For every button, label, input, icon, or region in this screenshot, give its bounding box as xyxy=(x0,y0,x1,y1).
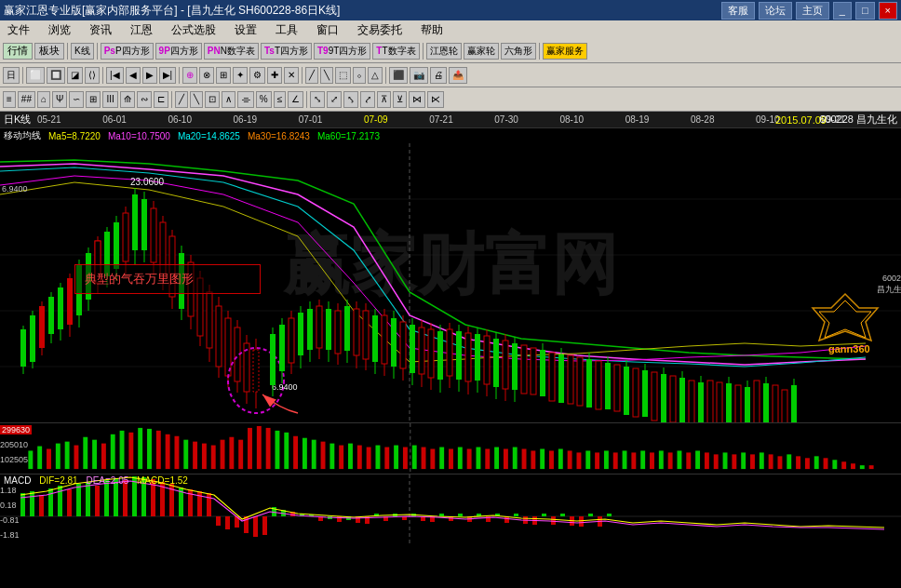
btn-t3-23[interactable]: ⊼ xyxy=(377,91,391,108)
menu-formula[interactable]: 公式选股 xyxy=(166,20,222,40)
btn-t3-16[interactable]: % xyxy=(256,91,272,108)
svg-rect-230 xyxy=(549,353,555,401)
btn-t3-19[interactable]: ⤡ xyxy=(310,91,325,108)
btn-t2-19[interactable]: 📤 xyxy=(449,67,467,84)
svg-rect-194 xyxy=(456,331,462,380)
btn-t3-24[interactable]: ⊻ xyxy=(393,91,407,108)
btn-t3-26[interactable]: ⋉ xyxy=(427,91,444,108)
svg-rect-391 xyxy=(824,458,828,469)
menu-trade[interactable]: 交易委托 xyxy=(352,20,408,40)
btn-yj-lun[interactable]: 赢家轮 xyxy=(464,43,499,60)
svg-rect-202 xyxy=(475,334,480,381)
svg-rect-343 xyxy=(384,448,389,470)
btn-t2-11[interactable]: ╱ xyxy=(305,67,318,84)
svg-rect-306 xyxy=(47,448,51,469)
svg-rect-392 xyxy=(832,460,837,469)
svg-rect-360 xyxy=(540,448,545,469)
btn-prev[interactable]: ◀ xyxy=(126,67,141,84)
btn-t3-20[interactable]: ⤢ xyxy=(327,91,342,108)
btn-t2-5[interactable]: ⊗ xyxy=(199,67,214,84)
btn-t2-17[interactable]: 📷 xyxy=(410,67,428,84)
btn-close[interactable]: × xyxy=(879,2,897,20)
date-label-bar: 日K线 05-21 06-01 06-10 06-19 07-01 07-09 … xyxy=(0,112,901,128)
btn-t3-9[interactable]: ∾ xyxy=(137,91,152,108)
btn-next[interactable]: ▶| xyxy=(159,67,177,84)
btn-t2-8[interactable]: ⚙ xyxy=(249,67,265,84)
menu-settings[interactable]: 设置 xyxy=(229,20,262,40)
btn-t2-18[interactable]: 🖨 xyxy=(430,67,447,84)
btn-t3-25[interactable]: ⋈ xyxy=(409,91,425,108)
svg-rect-312 xyxy=(101,444,106,469)
btn-t3-13[interactable]: ⊡ xyxy=(205,91,220,108)
btn-t3-18[interactable]: ∠ xyxy=(288,91,303,108)
sep-t3-1 xyxy=(171,91,172,108)
btn-t3-14[interactable]: ∧ xyxy=(222,91,235,108)
btn-t2-7[interactable]: ✦ xyxy=(233,67,248,84)
btn-t2-15[interactable]: △ xyxy=(368,67,383,84)
btn-t3-7[interactable]: III xyxy=(102,91,117,108)
btn-kefu[interactable]: 客服 xyxy=(721,2,755,20)
btn-bk[interactable]: 板块 xyxy=(34,43,64,60)
btn-t2-10[interactable]: ✕ xyxy=(284,67,299,84)
btn-t3-12[interactable]: ╲ xyxy=(190,91,203,108)
svg-rect-309 xyxy=(74,446,78,470)
btn-t3-8[interactable]: ⟰ xyxy=(120,91,135,108)
menu-jiangen[interactable]: 江恩 xyxy=(125,20,158,40)
btn-t2-6[interactable]: ⊞ xyxy=(216,67,231,84)
chart-canvas[interactable]: 赢家财富网 xyxy=(0,143,901,422)
btn-play[interactable]: ▶ xyxy=(142,67,157,84)
btn-kx[interactable]: K线 xyxy=(71,43,94,60)
btn-t4[interactable]: Ts T四方形 xyxy=(261,43,312,60)
btn-t3-3[interactable]: ⌂ xyxy=(37,91,50,108)
btn-nzt[interactable]: PN N数字表 xyxy=(204,43,259,60)
btn-t2-3[interactable]: ◪ xyxy=(67,67,83,84)
svg-rect-283 xyxy=(745,387,750,422)
btn-luntan[interactable]: 论坛 xyxy=(759,2,792,20)
menu-window[interactable]: 窗口 xyxy=(311,20,344,40)
btn-t2-16[interactable]: ⬛ xyxy=(389,67,408,84)
btn-t3-5[interactable]: ∽ xyxy=(69,91,84,108)
svg-rect-358 xyxy=(522,448,527,469)
btn-t3-21[interactable]: ⤣ xyxy=(343,91,358,108)
btn-t2-14[interactable]: ⬦ xyxy=(353,67,366,84)
btn-t3-6[interactable]: ⊞ xyxy=(86,91,101,108)
btn-restore[interactable]: □ xyxy=(855,2,875,20)
btn-minimize[interactable]: _ xyxy=(833,2,852,20)
menu-news[interactable]: 资讯 xyxy=(84,20,117,40)
btn-yj-service[interactable]: 赢家服务 xyxy=(543,43,587,60)
btn-t2-2[interactable]: 🔲 xyxy=(47,67,65,84)
menu-file[interactable]: 文件 xyxy=(2,20,35,40)
btn-t3-10[interactable]: ⊏ xyxy=(154,91,168,108)
btn-t3-15[interactable]: ⌯ xyxy=(237,91,254,108)
btn-ljx[interactable]: 六角形 xyxy=(501,43,536,60)
menu-tools[interactable]: 工具 xyxy=(270,20,303,40)
btn-t2-1[interactable]: ⬜ xyxy=(26,67,45,84)
btn-9t4[interactable]: T9 9T四方形 xyxy=(314,43,370,60)
btn-jianen[interactable]: ⊕ xyxy=(182,67,197,84)
menu-help[interactable]: 帮助 xyxy=(415,20,449,40)
btn-je-lun[interactable]: 江恩轮 xyxy=(426,43,462,60)
btn-9p4[interactable]: 9P 四方形 xyxy=(155,43,202,60)
btn-tzt[interactable]: T T数字表 xyxy=(372,43,419,60)
btn-t2-9[interactable]: ✚ xyxy=(267,67,282,84)
svg-rect-265 xyxy=(679,378,685,422)
btn-day[interactable]: 日 xyxy=(3,67,20,84)
title-text: 赢家江恩专业版[赢家内部服务平台] - [昌九生化 SH600228-86日K线… xyxy=(4,3,340,19)
btn-t2-13[interactable]: ⬚ xyxy=(335,67,351,84)
svg-rect-395 xyxy=(860,465,865,469)
btn-t3-1[interactable]: ≡ xyxy=(3,91,16,108)
btn-p4[interactable]: Ps P四方形 xyxy=(101,43,154,60)
btn-t2-4[interactable]: ⟨⟩ xyxy=(85,67,100,84)
menu-browse[interactable]: 浏览 xyxy=(43,20,76,40)
svg-marker-302 xyxy=(819,301,871,338)
btn-zhuye[interactable]: 主页 xyxy=(796,2,829,20)
btn-t3-22[interactable]: ⤤ xyxy=(360,91,375,108)
btn-back[interactable]: |◀ xyxy=(106,67,124,84)
btn-t3-2[interactable]: ## xyxy=(18,91,35,108)
btn-hqing[interactable]: 行情 xyxy=(3,43,33,60)
btn-t3-11[interactable]: ╱ xyxy=(175,91,188,108)
btn-t3-4[interactable]: Ψ xyxy=(52,91,67,108)
btn-t3-17[interactable]: ≤ xyxy=(274,91,287,108)
svg-rect-330 xyxy=(266,428,271,469)
btn-t2-12[interactable]: ╲ xyxy=(320,67,333,84)
